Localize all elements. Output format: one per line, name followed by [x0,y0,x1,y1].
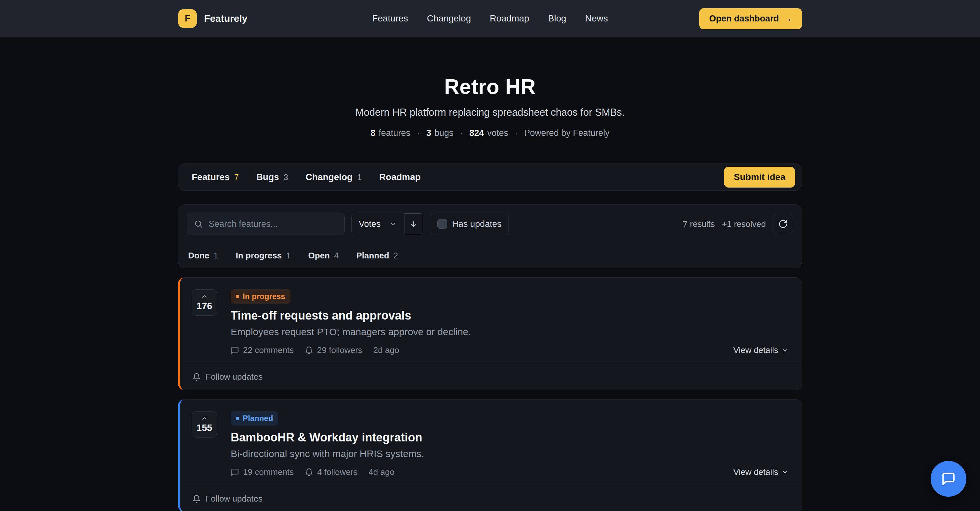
status-in-progress-count: 1 [286,251,291,261]
status-badge: Planned [231,411,278,425]
top-navbar: F Featurely Features Changelog Roadmap B… [0,0,980,37]
view-details-label: View details [733,467,778,477]
status-filter-open[interactable]: Open 4 [309,251,339,261]
arrow-right-icon: → [783,14,792,24]
status-filter-planned[interactable]: Planned 2 [356,251,398,261]
sort-direction-button[interactable] [404,213,423,235]
status-done-count: 1 [213,251,218,261]
status-filter-done[interactable]: Done 1 [188,251,218,261]
open-dashboard-button[interactable]: Open dashboard → [699,8,802,29]
status-filter-in-progress[interactable]: In progress 1 [235,251,291,261]
age-meta: 4d ago [369,467,395,477]
tab-changelog-label: Changelog [306,172,353,182]
hero-stats: 8 features · 3 bugs · 824 votes · Powere… [0,128,980,138]
nav-link-blog[interactable]: Blog [548,13,566,24]
stat-separator: · [460,128,463,138]
stat-separator: · [515,128,518,138]
chevron-down-icon [781,347,789,354]
tab-features[interactable]: Features 7 [183,164,248,191]
stat-votes-label: votes [487,128,509,138]
view-details-label: View details [733,345,778,355]
stat-features: 8 features [371,128,410,138]
page-subtitle: Modern HR platform replacing spreadsheet… [0,107,980,118]
search-icon [194,220,203,229]
vote-count: 155 [192,423,217,433]
filter-card: Votes Has updates 7 results +1 resolved [178,204,802,268]
comments-meta: 19 comments [231,467,294,477]
age-meta: 2d ago [373,345,399,355]
refresh-icon [778,219,788,229]
bell-icon [305,346,313,355]
refresh-button[interactable] [773,214,793,234]
tab-bugs-label: Bugs [256,172,279,182]
upvote-button[interactable]: 155 [192,411,217,438]
followers-meta: 29 followers [305,345,362,355]
status-done-label: Done [188,251,209,261]
search-input[interactable] [187,213,345,236]
chevron-up-icon [201,415,208,422]
chevron-up-icon [201,293,208,300]
sort-select[interactable]: Votes [352,213,404,235]
status-badge-label: Planned [243,414,273,423]
bell-icon [192,373,201,381]
comments-count: 19 comments [243,467,294,477]
status-in-progress-label: In progress [235,251,282,261]
chevron-down-icon [389,220,397,228]
followers-count: 4 followers [317,467,358,477]
upvote-button[interactable]: 176 [192,289,217,316]
follow-updates-button[interactable]: Follow updates [180,364,802,390]
status-badge-label: In progress [243,292,285,301]
tab-bugs[interactable]: Bugs 3 [248,164,297,191]
status-planned-count: 2 [393,251,398,261]
submit-idea-button[interactable]: Submit idea [724,167,795,188]
feature-description: Bi-directional sync with major HRIS syst… [231,448,789,459]
nav-link-roadmap[interactable]: Roadmap [490,13,529,24]
filter-row-controls: Votes Has updates 7 results +1 resolved [178,205,802,243]
bell-icon [305,468,313,476]
vote-count: 176 [192,301,217,311]
followers-count: 29 followers [317,345,362,355]
stat-features-label: features [379,128,410,138]
stat-bugs: 3 bugs [426,128,453,138]
feature-card-content: Planned BambooHR & Workday integration B… [231,411,789,477]
bell-icon [192,495,201,503]
page-title: Retro HR [0,75,980,99]
nav-links: Features Changelog Roadmap Blog News [372,13,608,24]
tab-roadmap-label: Roadmap [379,172,421,182]
nav-link-news[interactable]: News [585,13,608,24]
hero-section: Retro HR Modern HR platform replacing sp… [0,37,980,164]
feature-card-main: 155 Planned BambooHR & Workday integrati… [180,400,802,486]
chat-bubble-icon [940,471,957,487]
stat-votes: 824 votes [469,128,508,138]
nav-link-features[interactable]: Features [372,13,408,24]
feature-title: Time-off requests and approvals [231,309,789,322]
follow-updates-button[interactable]: Follow updates [180,486,802,511]
tab-features-count: 7 [234,173,239,182]
arrow-down-icon [409,220,418,228]
status-open-label: Open [309,251,330,261]
brand[interactable]: F Featurely [178,9,247,28]
tab-roadmap[interactable]: Roadmap [371,164,430,191]
nav-link-changelog[interactable]: Changelog [427,13,471,24]
has-updates-filter[interactable]: Has updates [430,213,509,236]
follow-updates-label: Follow updates [206,372,262,382]
open-dashboard-label: Open dashboard [709,14,779,24]
tab-features-label: Features [192,172,230,182]
chat-widget-button[interactable] [931,461,966,497]
view-details-button[interactable]: View details [733,467,789,477]
tab-changelog[interactable]: Changelog 1 [297,164,371,191]
feature-card-main: 176 In progress Time-off requests and ap… [180,278,802,364]
stat-separator: · [417,128,420,138]
tab-bar: Features 7 Bugs 3 Changelog 1 Roadmap Su… [178,164,802,191]
feature-meta-row: 19 comments 4 followers 4d ago View deta… [231,467,789,477]
stat-features-count: 8 [371,128,375,138]
feature-meta-row: 22 comments 29 followers 2d ago View det… [231,345,789,355]
has-updates-label: Has updates [452,219,502,229]
feature-card: 176 In progress Time-off requests and ap… [178,277,802,390]
status-open-count: 4 [334,251,339,261]
comment-icon [231,346,239,355]
has-updates-checkbox[interactable] [438,219,447,229]
view-details-button[interactable]: View details [733,345,789,355]
search-box [187,213,345,236]
feature-card-content: In progress Time-off requests and approv… [231,289,789,355]
